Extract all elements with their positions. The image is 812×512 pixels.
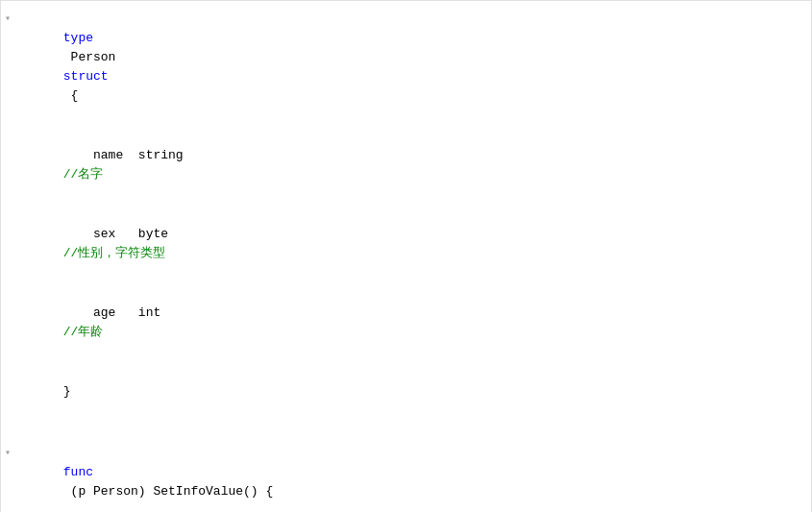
code-line-5: } (1, 362, 811, 422)
code-line-7: ▾ func (p Person) SetInfoValue() { (1, 443, 811, 512)
plain-text: (p Person) SetInfoValue() { (63, 484, 273, 499)
code-line-1: ▾ type Person struct { (1, 9, 811, 126)
keyword-type: type (63, 31, 93, 45)
line-content-3: sex byte //性别，字符类型 (14, 206, 811, 282)
plain-text: sex byte (63, 227, 198, 241)
code-line-6 (1, 422, 811, 443)
plain-text: } (63, 384, 71, 399)
line-content-4: age int //年龄 (14, 284, 811, 361)
line-content-6 (14, 423, 811, 442)
line-content-2: name string //名字 (14, 127, 811, 204)
comment-text: //性别，字符类型 (63, 246, 166, 260)
code-line-4: age int //年龄 (1, 283, 811, 362)
line-content-1: type Person struct { (14, 10, 811, 125)
plain-text: age int (63, 305, 198, 320)
plain-text: name string (63, 148, 198, 162)
comment-text: //名字 (63, 167, 104, 182)
plain-text: Person (63, 50, 123, 64)
fold-icon-1[interactable]: ▾ (1, 10, 14, 29)
plain-text: { (63, 88, 79, 103)
keyword-func: func (63, 465, 93, 479)
comment-text: //年龄 (63, 325, 104, 339)
keyword-struct: struct (63, 69, 109, 84)
code-line-2: name string //名字 (1, 126, 811, 205)
code-editor: ▾ type Person struct { name string //名字 … (0, 0, 812, 512)
code-line-3: sex byte //性别，字符类型 (1, 205, 811, 283)
line-content-5: } (14, 363, 811, 421)
line-content-7: func (p Person) SetInfoValue() { (14, 444, 811, 512)
fold-icon-7[interactable]: ▾ (1, 444, 14, 463)
